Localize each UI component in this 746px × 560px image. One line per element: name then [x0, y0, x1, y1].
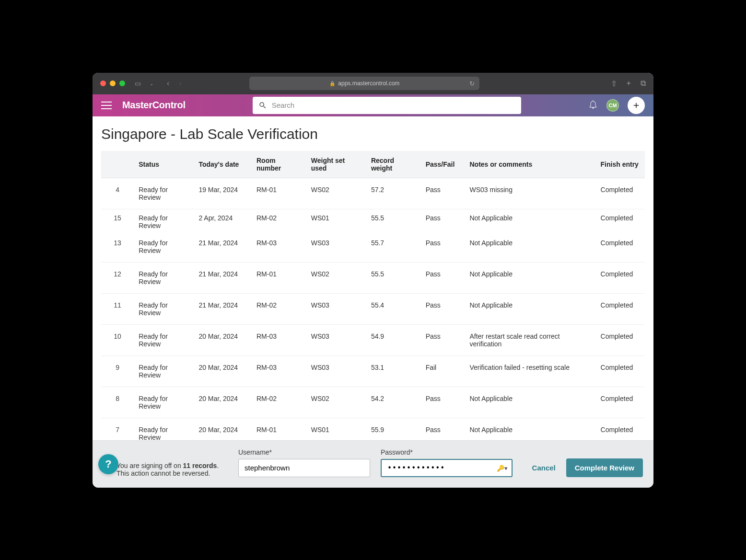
cell-record-weight: 54.9	[366, 324, 421, 355]
notifications-button[interactable]	[588, 100, 598, 111]
cell-notes: WS03 missing	[465, 178, 595, 209]
search-input[interactable]	[272, 101, 515, 109]
cell-notes: Not Applicable	[465, 387, 595, 418]
complete-review-button[interactable]: Complete Review	[566, 458, 643, 477]
header-finish[interactable]: Finish entry	[596, 151, 645, 178]
minimize-window-button[interactable]	[110, 80, 116, 86]
cell-pass-fail: Pass	[421, 178, 465, 209]
cell-index: 8	[101, 387, 134, 418]
menu-button[interactable]	[101, 102, 112, 109]
cell-date: 20 Mar, 2024	[194, 355, 252, 387]
cell-status: Ready for Review	[134, 178, 194, 209]
cell-weight-set: WS03	[306, 324, 366, 355]
maximize-window-button[interactable]	[119, 80, 125, 86]
cell-finish: Completed	[596, 262, 645, 293]
app-header: MasterControl CM	[93, 94, 653, 116]
cell-index: 4	[101, 178, 134, 209]
create-button[interactable]	[628, 97, 645, 114]
cell-weight-set: WS02	[306, 178, 366, 209]
cell-status: Ready for Review	[134, 234, 194, 263]
cell-notes: Not Applicable	[465, 293, 595, 324]
cell-finish: Completed	[596, 209, 645, 234]
window-controls	[100, 80, 125, 86]
username-input[interactable]	[238, 459, 370, 477]
url-bar[interactable]: 🔒 apps.mastercontrol.com ↻	[249, 77, 479, 90]
cell-index: 12	[101, 262, 134, 293]
url-text: apps.mastercontrol.com	[338, 80, 399, 87]
table-row[interactable]: 13Ready for Review21 Mar, 2024RM-03WS035…	[101, 234, 645, 263]
cell-status: Ready for Review	[134, 324, 194, 355]
table-row[interactable]: 15Ready for Review2 Apr, 2024RM-02WS0155…	[101, 209, 645, 234]
cell-room: RM-03	[252, 324, 306, 355]
cell-notes: After restart scale read correct verific…	[465, 324, 595, 355]
header-notes[interactable]: Notes or comments	[465, 151, 595, 178]
header-record-weight[interactable]: Record weight	[366, 151, 421, 178]
table-row[interactable]: 9Ready for Review20 Mar, 2024RM-03WS0353…	[101, 355, 645, 387]
table-row[interactable]: 11Ready for Review21 Mar, 2024RM-02WS035…	[101, 293, 645, 324]
plus-icon	[632, 101, 641, 110]
table-row[interactable]: 7Ready for Review20 Mar, 2024RM-01WS0155…	[101, 418, 645, 440]
password-label: Password*	[381, 448, 513, 456]
cell-room: RM-02	[252, 209, 306, 234]
sidebar-toggle-icon[interactable]: ▭	[135, 80, 141, 87]
page-title: Singapore - Lab Scale Verification	[93, 116, 653, 151]
close-window-button[interactable]	[100, 80, 106, 86]
cell-record-weight: 55.5	[366, 209, 421, 234]
cell-notes: Not Applicable	[465, 234, 595, 263]
cell-record-weight: 55.9	[366, 418, 421, 440]
header-pass-fail[interactable]: Pass/Fail	[421, 151, 465, 178]
search-icon	[258, 101, 267, 110]
password-input[interactable]	[381, 459, 513, 477]
help-button[interactable]: ?	[98, 454, 118, 474]
cell-date: 2 Apr, 2024	[194, 209, 252, 234]
cell-index: 10	[101, 324, 134, 355]
signoff-bar: You are signing off on 11 records. This …	[93, 440, 653, 488]
cell-date: 20 Mar, 2024	[194, 324, 252, 355]
header-room[interactable]: Room number	[252, 151, 306, 178]
cell-finish: Completed	[596, 355, 645, 387]
refresh-icon[interactable]: ↻	[469, 80, 475, 87]
cell-record-weight: 55.4	[366, 293, 421, 324]
cell-date: 20 Mar, 2024	[194, 387, 252, 418]
cell-status: Ready for Review	[134, 355, 194, 387]
cell-index: 13	[101, 234, 134, 263]
cell-record-weight: 53.1	[366, 355, 421, 387]
cell-date: 19 Mar, 2024	[194, 178, 252, 209]
data-table-container[interactable]: Status Today's date Room number Weight s…	[93, 151, 653, 440]
cell-index: 15	[101, 209, 134, 234]
cell-notes: Not Applicable	[465, 262, 595, 293]
password-field: Password* 🔑▾	[381, 448, 513, 477]
cell-notes: Not Applicable	[465, 418, 595, 440]
cell-date: 21 Mar, 2024	[194, 262, 252, 293]
table-row[interactable]: 12Ready for Review21 Mar, 2024RM-01WS025…	[101, 262, 645, 293]
header-status[interactable]: Status	[134, 151, 194, 178]
share-icon[interactable]: ⇧	[611, 79, 617, 88]
cell-weight-set: WS02	[306, 387, 366, 418]
header-date[interactable]: Today's date	[194, 151, 252, 178]
table-row[interactable]: 10Ready for Review20 Mar, 2024RM-03WS035…	[101, 324, 645, 355]
cell-room: RM-01	[252, 178, 306, 209]
new-tab-icon[interactable]: +	[627, 79, 631, 88]
tabs-icon[interactable]: ⧉	[641, 79, 646, 88]
table-row[interactable]: 4Ready for Review19 Mar, 2024RM-01WS0257…	[101, 178, 645, 209]
header-weight-set[interactable]: Weight set used	[306, 151, 366, 178]
cell-pass-fail: Pass	[421, 262, 465, 293]
cancel-button[interactable]: Cancel	[532, 464, 556, 472]
cell-pass-fail: Pass	[421, 209, 465, 234]
key-icon[interactable]: 🔑▾	[497, 464, 508, 471]
forward-button[interactable]: ›	[179, 79, 181, 88]
cell-status: Ready for Review	[134, 293, 194, 324]
cell-finish: Completed	[596, 178, 645, 209]
cell-record-weight: 55.7	[366, 234, 421, 263]
username-field: Username*	[238, 448, 370, 477]
cell-index: 11	[101, 293, 134, 324]
chevron-down-icon[interactable]: ⌄	[150, 81, 153, 86]
browser-window: ▭ ⌄ ‹ › 🔒 apps.mastercontrol.com ↻ ⇧ + ⧉…	[93, 73, 653, 488]
signoff-message: You are signing off on 11 records. This …	[103, 462, 228, 477]
user-avatar[interactable]: CM	[606, 99, 619, 112]
cell-room: RM-02	[252, 387, 306, 418]
table-row[interactable]: 8Ready for Review20 Mar, 2024RM-02WS0254…	[101, 387, 645, 418]
back-button[interactable]: ‹	[167, 79, 169, 88]
cell-date: 21 Mar, 2024	[194, 293, 252, 324]
search-bar[interactable]	[253, 97, 521, 114]
